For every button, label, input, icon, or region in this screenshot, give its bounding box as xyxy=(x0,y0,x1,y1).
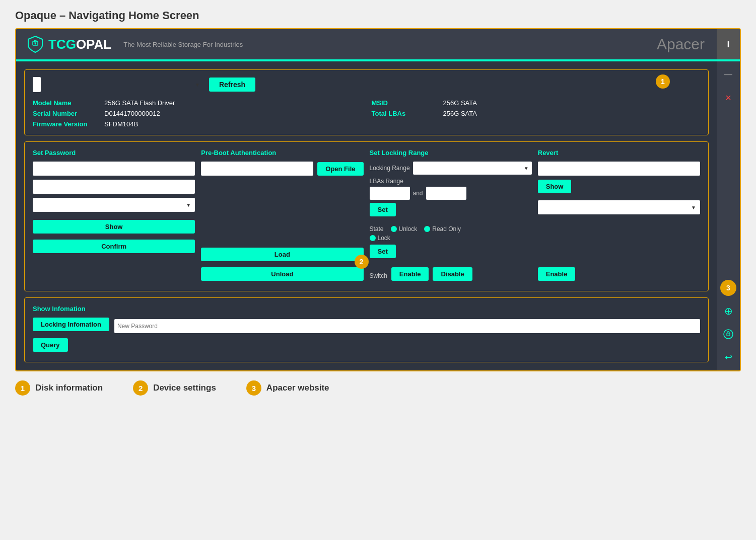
password-select[interactable] xyxy=(33,198,195,212)
locking-range-col: Set Locking Range Locking Range LBAs Ran… xyxy=(370,149,532,284)
password-input-2[interactable] xyxy=(33,180,195,194)
switch-row: Switch Enable Disable xyxy=(370,267,532,284)
confirm-button[interactable]: Confirm xyxy=(33,240,195,253)
state-options: State Unlock Read Only xyxy=(370,225,532,233)
show-info-panel: Show Infomation Locking Infomation Query xyxy=(24,297,709,362)
pba-buttons: Load Unload xyxy=(201,248,363,284)
revert-input-1[interactable] xyxy=(538,162,700,176)
lbas-start-input[interactable] xyxy=(370,187,410,200)
header: TCGOPAL The Most Reliable Storage For In… xyxy=(16,29,740,60)
content-area: Refresh 1 Model Name 256G SATA Flash Dri… xyxy=(16,61,717,370)
readonly-label: Read Only xyxy=(432,225,461,233)
revert-title: Revert xyxy=(538,149,700,157)
apacer-brand: Apacer xyxy=(657,36,705,53)
firmware-value: SFDM104B xyxy=(104,120,138,128)
serial-number-value: D01441700000012 xyxy=(104,110,160,117)
lbas-end-input[interactable] xyxy=(426,187,466,200)
minimize-icon[interactable]: — xyxy=(720,66,736,83)
lock-option[interactable]: Lock xyxy=(370,235,390,242)
logo-tcg: TCG xyxy=(48,37,76,52)
back-icon[interactable]: ↩ xyxy=(720,349,736,365)
shield-icon xyxy=(26,35,44,53)
set-password-col: Set Password Show Confirm xyxy=(33,149,195,284)
total-lbas-value: 256G SATA xyxy=(443,110,477,117)
set-lbas-button[interactable]: Set xyxy=(370,203,396,216)
readonly-option[interactable]: Read Only xyxy=(424,225,461,233)
globe-icon[interactable]: ⊕ xyxy=(720,303,736,319)
and-label: and xyxy=(413,190,423,197)
pba-input-row: Open File xyxy=(201,162,363,176)
total-lbas-label: Total LBAs xyxy=(372,110,437,117)
tagline: The Most Reliable Storage For Industries xyxy=(123,41,243,48)
set-password-title: Set Password xyxy=(33,149,195,157)
msid-label: MSID xyxy=(372,99,437,107)
lock-label: Lock xyxy=(378,235,390,242)
locking-info-button[interactable]: Locking Infomation xyxy=(33,318,109,331)
locking-range-row: Locking Range xyxy=(370,162,532,175)
locking-range-select[interactable] xyxy=(413,162,532,175)
page-title: Opaque – Navigating Home Screen xyxy=(0,0,756,28)
refresh-button[interactable]: Refresh xyxy=(209,78,255,92)
legend-label-1: Disk information xyxy=(35,383,103,393)
logo-opal: OPAL xyxy=(76,37,111,52)
show-info-title: Show Infomation xyxy=(33,305,700,313)
pba-input[interactable] xyxy=(201,162,313,176)
serial-number-row: Serial Number D01441700000012 xyxy=(33,110,362,117)
state-row: State Unlock Read Only xyxy=(370,225,532,242)
firmware-label: Firmware Version xyxy=(33,120,98,128)
circle-3-icon: 3 xyxy=(720,280,736,296)
lock-options: Lock xyxy=(370,235,532,242)
device-info-grid: Model Name 256G SATA Flash Driver MSID 2… xyxy=(33,99,700,128)
set-state-button[interactable]: Set xyxy=(370,245,396,258)
revert-select-wrapper xyxy=(538,200,700,214)
show-password-button[interactable]: Show xyxy=(33,220,195,234)
legend-circle-3: 3 xyxy=(246,380,261,396)
device-select[interactable] xyxy=(33,77,41,92)
model-name-value: 256G SATA Flash Driver xyxy=(104,99,175,107)
serial-number-label: Serial Number xyxy=(33,110,98,117)
model-name-row: Model Name 256G SATA Flash Driver xyxy=(33,99,362,107)
svg-point-2 xyxy=(35,43,36,45)
close-icon[interactable]: × xyxy=(720,90,736,106)
svg-rect-4 xyxy=(727,333,730,336)
legend-item-3: 3 Apacer website xyxy=(246,380,329,396)
device-info-panel: Refresh 1 Model Name 256G SATA Flash Dri… xyxy=(24,69,709,135)
password-input-1[interactable] xyxy=(33,162,195,176)
legend-label-3: Apacer website xyxy=(266,383,329,393)
open-file-button[interactable]: Open File xyxy=(317,162,363,176)
load-button[interactable]: Load xyxy=(201,248,363,261)
footer-legend: 1 Disk information 2 Device settings 3 A… xyxy=(0,371,756,405)
disable-switch-button[interactable]: Disable xyxy=(433,267,472,281)
disk-info-circle: 1 xyxy=(656,74,670,89)
show-info-row: Locking Infomation xyxy=(33,318,700,334)
revert-col: Revert Show Enable xyxy=(538,149,700,284)
locking-range-select-wrapper xyxy=(413,162,532,175)
show-revert-button[interactable]: Show xyxy=(538,180,572,193)
revert-select[interactable] xyxy=(538,200,700,214)
device-settings-circle: 2 xyxy=(355,255,369,269)
msid-value: 256G SATA xyxy=(443,99,477,107)
enable-switch-button[interactable]: Enable xyxy=(391,267,429,281)
legend-item-1: 1 Disk information xyxy=(15,380,103,396)
right-sidebar: — × 3 ⊕ ↩ xyxy=(717,61,740,370)
lbas-range-label: LBAs Range xyxy=(370,178,532,185)
pass-buttons: Show Confirm xyxy=(33,220,195,256)
shield-sidebar-icon[interactable] xyxy=(720,326,736,342)
settings-grid: Set Password Show Confirm Pre-Boo xyxy=(33,149,700,284)
total-lbas-row: Total LBAs 256G SATA xyxy=(372,110,701,117)
lbas-range-row: and xyxy=(370,187,532,200)
info-button[interactable]: i xyxy=(717,29,740,59)
query-button[interactable]: Query xyxy=(33,338,68,352)
msid-row: MSID 256G SATA xyxy=(372,99,701,107)
enable-revert-button[interactable]: Enable xyxy=(538,267,576,281)
unload-button[interactable]: Unload xyxy=(201,267,363,281)
unlock-option[interactable]: Unlock xyxy=(391,225,418,233)
readonly-radio xyxy=(424,226,430,232)
device-select-wrapper xyxy=(33,77,204,92)
legend-item-2: 2 Device settings xyxy=(133,380,216,396)
locking-range-title: Set Locking Range xyxy=(370,149,532,157)
model-name-label: Model Name xyxy=(33,99,98,107)
settings-panel: Set Password Show Confirm Pre-Boo xyxy=(24,141,709,291)
query-row: Query xyxy=(33,338,700,355)
new-password-input[interactable] xyxy=(114,319,700,333)
